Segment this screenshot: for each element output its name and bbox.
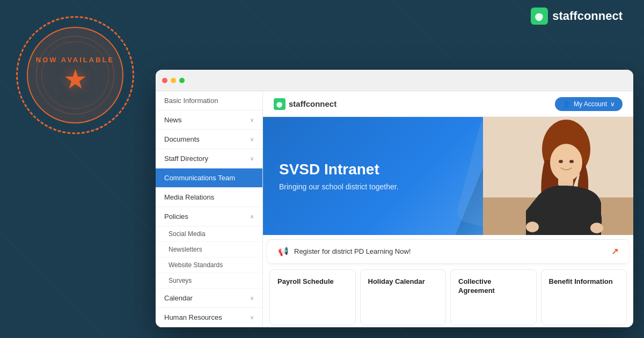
sidebar-item-documents[interactable]: Documents ∨ bbox=[156, 130, 262, 149]
svg-point-10 bbox=[559, 160, 563, 163]
arrow-icon: ↗ bbox=[611, 246, 618, 256]
quick-link-collective[interactable]: Collective Agreement bbox=[450, 269, 537, 325]
sidebar-item-human-resources[interactable]: Human Resources ∨ bbox=[156, 308, 262, 327]
main-content: staffconnect 👤 My Account ∨ SVSD Intrane… bbox=[263, 91, 633, 327]
chevron-up-icon: ∧ bbox=[250, 214, 254, 219]
person-image bbox=[483, 117, 633, 235]
browser-mockup: Basic Information News ∨ Documents ∨ Sta… bbox=[156, 70, 633, 327]
now-available-stamp: NOW AVAILABLE ★ bbox=[16, 16, 134, 134]
maximize-dot bbox=[179, 78, 185, 83]
quick-link-benefit[interactable]: Benefit Information bbox=[541, 269, 627, 325]
chevron-down-icon: ∨ bbox=[250, 136, 254, 142]
quick-link-collective-title: Collective Agreement bbox=[458, 277, 529, 296]
quick-link-benefit-title: Benefit Information bbox=[549, 277, 613, 286]
chevron-down-icon: ∨ bbox=[610, 100, 615, 108]
sidebar-item-staff-directory[interactable]: Staff Directory ∨ bbox=[156, 149, 262, 168]
hero-title: SVSD Intranet bbox=[279, 161, 399, 178]
hero-subtitle: Bringing our school district together. bbox=[279, 182, 399, 191]
sidebar-subitem-social-media[interactable]: Social Media bbox=[156, 226, 262, 242]
inner-logo-icon bbox=[274, 98, 286, 110]
chevron-down-icon: ∨ bbox=[250, 295, 254, 301]
sidebar-item-policies[interactable]: Policies ∧ bbox=[156, 207, 262, 226]
sidebar-item-basic-info[interactable]: Basic Information bbox=[156, 91, 262, 111]
megaphone-icon: 📢 bbox=[278, 246, 289, 256]
minimize-dot bbox=[171, 78, 176, 83]
sidebar-item-calendar[interactable]: Calendar ∨ bbox=[156, 289, 262, 308]
sidebar-subitem-surveys[interactable]: Surveys bbox=[156, 273, 262, 289]
svg-point-8 bbox=[526, 222, 539, 232]
quick-link-holiday[interactable]: Holiday Calendar bbox=[360, 269, 447, 325]
quick-link-payroll[interactable]: Payroll Schedule bbox=[269, 269, 356, 325]
sidebar-item-communications-team[interactable]: Communications Team bbox=[156, 168, 262, 188]
svg-point-7 bbox=[550, 144, 582, 181]
close-dot bbox=[162, 78, 167, 83]
svg-point-9 bbox=[590, 223, 603, 233]
my-account-button[interactable]: 👤 My Account ∨ bbox=[555, 97, 623, 111]
inner-header: staffconnect 👤 My Account ∨ bbox=[263, 91, 633, 117]
logo-icon bbox=[531, 8, 548, 25]
quick-link-holiday-title: Holiday Calendar bbox=[368, 277, 425, 286]
quick-links: Payroll Schedule Holiday Calendar Collec… bbox=[263, 267, 633, 327]
svg-point-11 bbox=[569, 160, 574, 163]
hero-banner: SVSD Intranet Bringing our school distri… bbox=[263, 117, 633, 235]
inner-logo: staffconnect bbox=[274, 98, 336, 110]
stamp-star: ★ bbox=[63, 66, 87, 93]
sidebar-item-media-relations[interactable]: Media Relations bbox=[156, 188, 262, 207]
sidebar-item-news[interactable]: News ∨ bbox=[156, 111, 262, 130]
quick-link-payroll-title: Payroll Schedule bbox=[277, 277, 334, 286]
browser-content: Basic Information News ∨ Documents ∨ Sta… bbox=[156, 91, 633, 327]
account-icon: 👤 bbox=[562, 100, 570, 108]
browser-chrome bbox=[156, 70, 633, 91]
chevron-down-icon: ∨ bbox=[250, 117, 254, 123]
sidebar-subitem-website-standards[interactable]: Website Standards bbox=[156, 258, 262, 273]
chevron-down-icon: ∨ bbox=[250, 156, 254, 161]
top-logo: staffconnect bbox=[531, 8, 623, 25]
stamp-text-top: NOW AVAILABLE bbox=[36, 56, 114, 64]
chevron-down-icon: ∨ bbox=[250, 314, 254, 320]
inner-logo-text: staffconnect bbox=[289, 99, 336, 108]
top-logo-text: staffconnect bbox=[552, 9, 623, 23]
notification-text: Register for district PD Learning Now! bbox=[294, 247, 606, 255]
sidebar: Basic Information News ∨ Documents ∨ Sta… bbox=[156, 91, 263, 327]
hero-text: SVSD Intranet Bringing our school distri… bbox=[279, 161, 399, 191]
notification-bar[interactable]: 📢 Register for district PD Learning Now!… bbox=[267, 239, 629, 263]
sidebar-subitem-newsletters[interactable]: Newsletters bbox=[156, 242, 262, 258]
